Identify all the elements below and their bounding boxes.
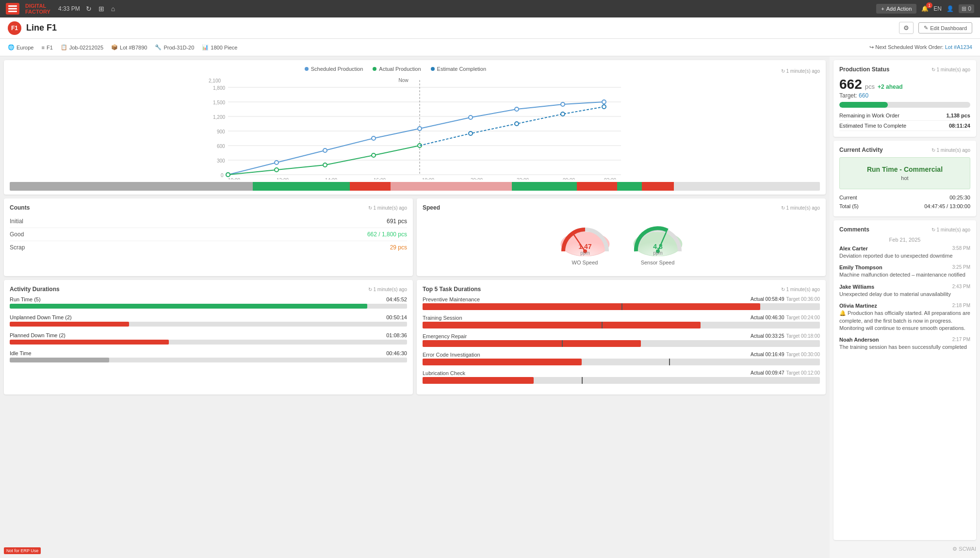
globe-icon: 🌐 — [8, 44, 15, 50]
svg-point-45 — [602, 105, 606, 109]
page-title: Line F1 — [26, 23, 57, 33]
svg-text:900: 900 — [217, 129, 225, 134]
top-nav: DIGITALFACTORY 4:33 PM ↻ ⊞ ⌂ + Add Actio… — [0, 0, 980, 17]
edit-dashboard-button[interactable]: ✎ Edit Dashboard — [918, 22, 972, 33]
current-activity-refresh: ↻ 1 minute(s) ago — [931, 148, 970, 153]
breadcrumb-job[interactable]: 📋 Job-02212025 — [61, 44, 103, 50]
svg-text:600: 600 — [217, 144, 225, 149]
top5-title: Top 5 Task Durations — [423, 286, 481, 293]
top5-refresh: ↻ 1 minute(s) ago — [781, 287, 820, 292]
prod-remaining: Remaining in Work Order 1,138 pcs — [839, 111, 970, 121]
activity-name: Run Time - Commercial — [848, 165, 962, 173]
speed-gauges: 1.47 ppm WO Speed — [423, 215, 820, 270]
nav-icons: ↻ ⊞ ⌂ — [86, 5, 115, 13]
main-content: Scheduled Production Actual Production E… — [0, 56, 980, 558]
prod-progress-fill — [839, 102, 888, 108]
breadcrumb-lot[interactable]: 📦 Lot #B7890 — [111, 44, 147, 50]
svg-text:10:00: 10:00 — [228, 178, 240, 180]
svg-text:22:00: 22:00 — [517, 178, 529, 180]
title-bar: F1 Line F1 ⚙ ✎ Edit Dashboard — [0, 17, 980, 39]
svg-text:4.8: 4.8 — [653, 243, 663, 250]
plus-icon: + — [881, 6, 884, 12]
settings-button[interactable]: ⚙ — [899, 22, 914, 34]
top5-header: Top 5 Task Durations ↻ 1 minute(s) ago — [423, 286, 820, 293]
svg-text:2,100: 2,100 — [209, 78, 221, 83]
sensor-speed-gauge: 4.8 ppm Sensor Speed — [631, 220, 685, 265]
line-bc-icon: ≡ — [41, 45, 44, 50]
activity-current-time: Current 00:25:30 — [839, 193, 970, 202]
comment-jake: Jake Williams 2:43 PM Unexpected delay d… — [839, 284, 970, 298]
svg-point-35 — [561, 102, 565, 106]
wo-speed-gauge: 1.47 ppm WO Speed — [558, 220, 612, 265]
counts-card: Counts ↻ 1 minute(s) ago Initial 691 pcs… — [4, 198, 413, 276]
breadcrumb-europe[interactable]: 🌐 Europe — [8, 44, 33, 50]
breadcrumb-piece[interactable]: 📊 1800 Piece — [202, 44, 237, 50]
svg-point-43 — [515, 122, 519, 126]
comments-title: Comments — [839, 226, 869, 233]
comments-card: Comments ↻ 1 minute(s) ago Feb 21, 2025 … — [833, 220, 976, 540]
app-switcher[interactable]: ⊞ 0 — [959, 4, 974, 13]
language-selector[interactable]: EN — [933, 5, 942, 12]
refresh-icon[interactable]: ↻ — [86, 5, 92, 13]
activity-timeline — [10, 182, 820, 191]
edit-icon: ✎ — [924, 25, 928, 31]
svg-text:16:00: 16:00 — [374, 178, 386, 180]
bottom-tag: Not for ERP Use — [4, 547, 41, 554]
line-icon: F1 — [8, 21, 21, 35]
next-lot-link[interactable]: Lot #A1234 — [945, 44, 972, 50]
chart-svg-container: Now 0 300 600 900 1,200 1,500 1,800 2,10… — [10, 78, 820, 181]
task-error-code: Error Code Investigation Actual 00:16:49… — [423, 352, 820, 365]
breadcrumb-f1[interactable]: ≡ F1 — [41, 45, 52, 50]
duration-planned: Planned Down Time (2) 01:08:36 — [10, 332, 407, 345]
chart-legend: Scheduled Production Actual Production E… — [305, 66, 486, 72]
count-good: Good 662 / 1,800 pcs — [10, 228, 407, 241]
breadcrumb-prod[interactable]: 🔧 Prod-31D-20 — [155, 44, 194, 50]
legend-scheduled: Scheduled Production — [305, 66, 363, 72]
svg-point-29 — [275, 161, 278, 164]
lot-icon: 📦 — [111, 44, 118, 50]
prod-count-row: 662 pcs +2 ahead — [839, 77, 970, 92]
svg-text:02:00: 02:00 — [604, 178, 616, 180]
logo[interactable] — [6, 3, 19, 15]
svg-point-44 — [561, 112, 565, 116]
counts-header: Counts ↻ 1 minute(s) ago — [10, 204, 407, 211]
comment-olivia: Olivia Martinez 2:18 PM 🔔 Production has… — [839, 303, 970, 332]
production-chart-card: Scheduled Production Actual Production E… — [4, 60, 826, 195]
title-bar-right: ⚙ ✎ Edit Dashboard — [899, 22, 972, 34]
svg-text:00:00: 00:00 — [563, 178, 575, 180]
prod-est-time: Estimated Time to Complete 08:11:24 — [839, 121, 970, 131]
left-panel: Scheduled Production Actual Production E… — [0, 56, 830, 558]
piece-icon: 📊 — [202, 44, 209, 50]
svg-text:1,800: 1,800 — [213, 85, 225, 91]
home-icon[interactable]: ⌂ — [111, 5, 115, 13]
user-icon[interactable]: 👤 — [947, 5, 954, 12]
speed-title: Speed — [423, 204, 440, 211]
prod-progress-bar — [839, 102, 970, 108]
current-activity-title: Current Activity — [839, 147, 883, 153]
task-training: Training Session Actual 00:46:30 Target … — [423, 315, 820, 328]
comments-header: Comments ↻ 1 minute(s) ago — [839, 226, 970, 233]
notification-badge: 1 — [926, 2, 932, 8]
counts-speed-row: Counts ↻ 1 minute(s) ago Initial 691 pcs… — [4, 198, 826, 276]
add-action-button[interactable]: + Add Action — [876, 4, 916, 14]
comments-refresh: ↻ 1 minute(s) ago — [931, 227, 970, 232]
prod-status-title: Production Status — [839, 66, 889, 73]
task-emergency: Emergency Repair Actual 00:33:25 Target … — [423, 333, 820, 347]
current-activity-card: Current Activity ↻ 1 minute(s) ago Run T… — [833, 141, 976, 216]
counts-title: Counts — [10, 204, 30, 211]
svg-point-32 — [418, 127, 422, 131]
svg-text:12:00: 12:00 — [277, 178, 289, 180]
legend-estimate: Estimate Completion — [431, 66, 487, 72]
svg-point-30 — [323, 148, 327, 152]
svg-text:20:00: 20:00 — [471, 178, 483, 180]
prod-target-value: 660 — [859, 92, 868, 99]
nav-time: 4:33 PM — [58, 5, 80, 12]
notification-bell[interactable]: 🔔 1 — [921, 5, 929, 12]
grid-icon[interactable]: ⊞ — [98, 5, 104, 13]
comment-alex: Alex Carter 3:58 PM Deviation reported d… — [839, 246, 970, 260]
svg-point-36 — [602, 100, 606, 104]
activity-total-time: Total (5) 04:47:45 / 13:00:00 — [839, 202, 970, 211]
svg-point-34 — [515, 107, 519, 111]
svg-rect-0 — [8, 5, 17, 7]
prod-count: 662 — [839, 77, 862, 92]
